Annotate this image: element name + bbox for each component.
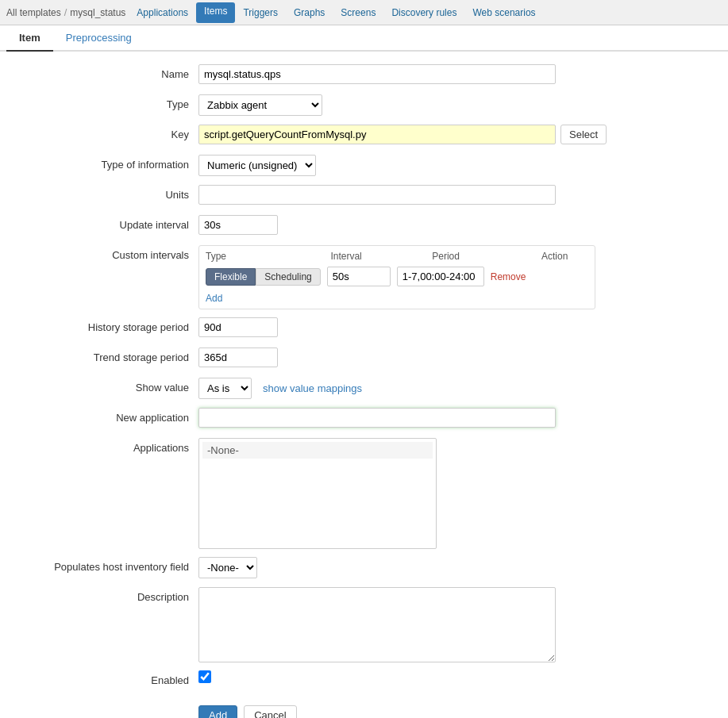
new-application-label: New application <box>16 408 198 424</box>
type-label: Type <box>16 94 198 110</box>
description-textarea[interactable] <box>198 587 556 662</box>
applications-row: Applications -None- <box>16 438 712 549</box>
custom-intervals-field: Type Interval Period Action FlexibleSche… <box>198 245 712 309</box>
description-field <box>198 587 712 662</box>
show-value-field: As is Other show value mappings <box>198 378 712 399</box>
update-interval-label: Update interval <box>16 215 198 231</box>
nav-links: Applications Items Triggers Graphs Scree… <box>129 2 543 23</box>
key-label: Key <box>16 125 198 140</box>
ci-row-1: FlexibleScheduling Remove <box>206 267 588 286</box>
key-field: Select <box>198 125 712 144</box>
ci-header: Type Interval Period Action <box>206 251 588 263</box>
nav-discovery-rules[interactable]: Discovery rules <box>383 2 464 23</box>
breadcrumb-current[interactable]: mysql_status <box>70 7 125 18</box>
populates-inventory-field: -None- <box>198 557 712 578</box>
type-select[interactable]: Zabbix agent Zabbix agent (active) Simpl… <box>198 94 322 116</box>
new-application-input[interactable] <box>198 408 556 428</box>
populates-inventory-select[interactable]: -None- <box>198 557 257 578</box>
nav-applications[interactable]: Applications <box>129 2 196 23</box>
flexible-button[interactable]: Flexible <box>206 268 256 286</box>
enabled-label: Enabled <box>16 670 198 686</box>
show-value-select[interactable]: As is Other <box>198 378 252 399</box>
scheduling-button[interactable]: Scheduling <box>256 268 320 286</box>
trend-storage-row: Trend storage period <box>16 347 712 370</box>
ci-header-type: Type <box>206 251 330 262</box>
history-storage-field <box>198 317 712 337</box>
key-row: Key Select <box>16 125 712 147</box>
nav-graphs[interactable]: Graphs <box>286 2 333 23</box>
top-nav: All templates / mysql_status Application… <box>0 0 728 25</box>
enabled-field <box>198 670 712 683</box>
app-item-none[interactable]: -None- <box>202 442 433 459</box>
name-row: Name <box>16 64 712 86</box>
history-storage-row: History storage period <box>16 317 712 340</box>
select-button[interactable]: Select <box>560 125 607 144</box>
populates-inventory-label: Populates host inventory field <box>16 557 198 573</box>
type-of-info-row: Type of information Numeric (unsigned) N… <box>16 155 712 177</box>
add-button[interactable]: Add <box>198 705 237 718</box>
name-field <box>198 64 712 84</box>
trend-storage-field <box>198 347 712 367</box>
key-input[interactable] <box>198 125 556 144</box>
units-field <box>198 185 712 205</box>
applications-field: -None- <box>198 438 712 549</box>
tab-item[interactable]: Item <box>6 25 53 52</box>
trend-storage-input[interactable] <box>198 347 278 367</box>
update-interval-input[interactable] <box>198 215 278 235</box>
tab-bar: Item Preprocessing <box>0 25 728 52</box>
cancel-button[interactable]: Cancel <box>244 705 296 718</box>
nav-triggers[interactable]: Triggers <box>235 2 286 23</box>
applications-list[interactable]: -None- <box>198 438 437 549</box>
ci-header-interval: Interval <box>330 251 432 262</box>
custom-intervals-label: Custom intervals <box>16 245 198 261</box>
type-of-info-select[interactable]: Numeric (unsigned) Numeric (float) Chara… <box>198 155 316 176</box>
new-application-field <box>198 408 712 428</box>
ci-period-input[interactable] <box>397 267 484 286</box>
nav-items[interactable]: Items <box>196 2 235 23</box>
populates-inventory-row: Populates host inventory field -None- <box>16 557 712 579</box>
add-interval-link[interactable]: Add <box>206 293 222 304</box>
form-container: Name Type Zabbix agent Zabbix agent (act… <box>0 52 728 718</box>
units-input[interactable] <box>198 185 556 205</box>
show-value-label: Show value <box>16 378 198 394</box>
nav-web-scenarios[interactable]: Web scenarios <box>464 2 543 23</box>
custom-intervals-box: Type Interval Period Action FlexibleSche… <box>198 245 595 309</box>
description-label: Description <box>16 587 198 603</box>
trend-storage-label: Trend storage period <box>16 347 198 363</box>
description-row: Description <box>16 587 712 662</box>
units-label: Units <box>16 185 198 201</box>
ci-type-toggle: FlexibleScheduling <box>206 268 321 286</box>
tab-preprocessing[interactable]: Preprocessing <box>53 25 144 52</box>
custom-intervals-row: Custom intervals Type Interval Period Ac… <box>16 245 712 309</box>
type-row: Type Zabbix agent Zabbix agent (active) … <box>16 94 712 117</box>
history-storage-input[interactable] <box>198 317 278 337</box>
update-interval-field <box>198 215 712 235</box>
name-label: Name <box>16 64 198 80</box>
show-value-row: Show value As is Other show value mappin… <box>16 378 712 400</box>
type-field: Zabbix agent Zabbix agent (active) Simpl… <box>198 94 712 116</box>
ci-header-action: Action <box>541 251 588 262</box>
new-application-row: New application <box>16 408 712 430</box>
applications-label: Applications <box>16 438 198 454</box>
type-of-info-label: Type of information <box>16 155 198 171</box>
units-row: Units <box>16 185 712 207</box>
enabled-checkbox[interactable] <box>198 670 211 683</box>
ci-header-period: Period <box>432 251 541 262</box>
footer-buttons: Add Cancel <box>16 705 712 718</box>
show-value-mappings-link[interactable]: show value mappings <box>263 382 362 394</box>
update-interval-row: Update interval <box>16 215 712 237</box>
remove-link[interactable]: Remove <box>491 271 526 282</box>
history-storage-label: History storage period <box>16 317 198 333</box>
nav-screens[interactable]: Screens <box>333 2 383 23</box>
ci-interval-input[interactable] <box>327 267 391 286</box>
name-input[interactable] <box>198 64 556 84</box>
breadcrumb-separator: / <box>64 6 67 18</box>
type-of-info-field: Numeric (unsigned) Numeric (float) Chara… <box>198 155 712 176</box>
breadcrumb-all-templates[interactable]: All templates <box>6 7 61 18</box>
enabled-row: Enabled <box>16 670 712 693</box>
